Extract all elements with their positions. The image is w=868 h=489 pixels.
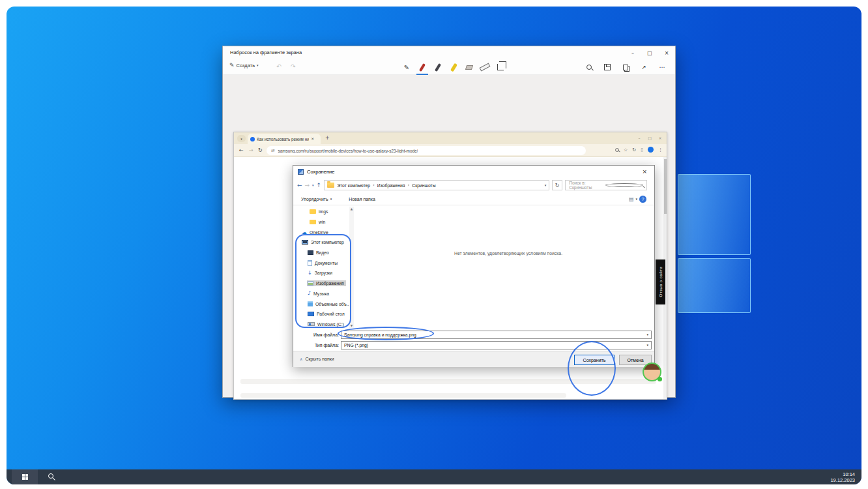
save-button[interactable]: Сохранить (574, 355, 615, 365)
close-icon[interactable]: × (658, 46, 675, 59)
site-feedback-tab[interactable]: Отзыв о сайте (656, 259, 665, 304)
tree-item-video[interactable]: Видео (293, 248, 349, 258)
reload-icon[interactable]: ↻ (258, 147, 263, 153)
snip-tools-group: ✎ (400, 61, 507, 74)
captured-screenshot: ▾ Как использовать режим низ... × + – □ … (233, 132, 667, 400)
tab-favicon (250, 137, 255, 141)
forward-icon[interactable]: → (249, 147, 253, 153)
tree-item-desktop[interactable]: Рабочий стол (293, 309, 349, 319)
share-icon: ↗ (641, 64, 646, 70)
help-icon[interactable]: ? (639, 196, 646, 203)
new-snip-button[interactable]: ✎ Создать ▾ (229, 62, 259, 68)
drive-icon (308, 322, 315, 326)
undo-icon[interactable]: ↶ (276, 63, 282, 70)
dialog-close-icon[interactable]: × (639, 168, 650, 175)
refresh-button[interactable]: ↻ (552, 180, 562, 190)
breadcrumb-chevron-icon[interactable]: ▾ (545, 183, 547, 187)
search-icon[interactable] (615, 148, 619, 152)
window-title: Набросок на фрагменте экрана (230, 50, 302, 55)
snip-titlebar[interactable]: Набросок на фрагменте экрана – □ × (223, 46, 675, 59)
search-box[interactable]: Поиск в: Скриншоты (565, 180, 647, 190)
zoom-button[interactable] (583, 61, 596, 74)
view-mode-icon[interactable]: ▤ (629, 196, 634, 202)
save-icon (604, 64, 611, 70)
maximize-icon[interactable]: □ (641, 46, 658, 59)
dialog-body: imgs win ☁OneDrive Этот компьютер Видео … (293, 205, 654, 329)
tree-item-win[interactable]: win (293, 217, 349, 228)
new-folder-button[interactable]: Новая папка (349, 197, 375, 201)
chevron-down-icon[interactable]: ▾ (646, 343, 648, 347)
folder-icon (327, 183, 334, 188)
highlighter-tool[interactable] (447, 61, 460, 74)
browser-tabstrip: ▾ Как использовать режим низ... × + – □ … (234, 132, 667, 144)
bookmark-star-icon[interactable]: ☆ (624, 147, 628, 153)
profile-avatar-icon[interactable] (648, 147, 654, 153)
tab-search-button[interactable]: ▾ (237, 135, 246, 142)
start-button[interactable] (12, 469, 38, 484)
save-dialog: Сохранение × ← → ▾ ↑ Этот компьютер › Из… (293, 165, 655, 367)
tree-item-downloads[interactable]: ↓Загрузки (293, 268, 349, 278)
browser-menu-icon[interactable]: ⋮ (658, 147, 663, 153)
hide-folders-button[interactable]: ∧ Скрыть папки (300, 357, 334, 361)
url-bar[interactable]: ⇄ samsung.com/ru/support/mobile-devices/… (267, 146, 586, 155)
eraser-tool[interactable] (463, 61, 476, 74)
scroll-down-icon[interactable]: ▼ (349, 324, 354, 327)
scroll-up-icon[interactable]: ▲ (349, 207, 354, 211)
nav-forward-icon[interactable]: → (305, 182, 310, 188)
caret-up-icon: ∧ (300, 357, 302, 361)
dialog-footer: ∧ Скрыть папки Сохранить Отмена (293, 351, 654, 367)
tree-item-3d-objects[interactable]: Объемные объ... (293, 299, 349, 309)
redo-icon[interactable]: ↷ (291, 63, 296, 70)
ruler-tool[interactable] (478, 61, 491, 74)
breadcrumb-separator: › (408, 183, 410, 188)
ellipsis-icon: ⋯ (659, 64, 665, 70)
nav-back-icon[interactable]: ← (297, 182, 302, 188)
browser-tab[interactable]: Как использовать режим низ... × (248, 134, 321, 144)
filetype-select[interactable]: PNG (*.png) ▾ (341, 341, 652, 349)
tree-item-onedrive[interactable]: ☁OneDrive (293, 227, 349, 237)
breadcrumb-this-pc[interactable]: Этот компьютер (337, 183, 370, 188)
chevron-down-icon[interactable]: ▾ (646, 333, 648, 336)
music-icon: ♪ (308, 291, 311, 296)
search-icon (605, 183, 643, 187)
tree-scrollbar[interactable]: ▲ ▼ (349, 207, 354, 328)
taskbar-clock[interactable]: 10:14 19.12.2023 (830, 471, 855, 484)
touch-writing-tool[interactable]: ✎ (400, 61, 413, 74)
share-button[interactable]: ↗ (637, 61, 650, 74)
side-panel-icon[interactable]: ▯ (641, 147, 643, 153)
tree-item-pictures[interactable]: Изображения (293, 278, 349, 289)
folder-tree: imgs win ☁OneDrive Этот компьютер Видео … (293, 205, 349, 329)
tree-item-music[interactable]: ♪Музыка (293, 289, 349, 299)
back-icon[interactable]: ← (239, 147, 244, 153)
scrollbar-thumb[interactable] (664, 159, 667, 214)
dialog-titlebar[interactable]: Сохранение × (293, 166, 654, 177)
nav-history-chevron-icon[interactable]: ▾ (312, 183, 314, 187)
filename-input[interactable]: Samsung справка и поддержка.png ▾ (341, 331, 652, 339)
dialog-title: Сохранение (307, 169, 636, 175)
breadcrumb-pictures[interactable]: Изображения (377, 183, 405, 188)
dialog-toolbar: Упорядочить ▾ Новая папка ▤ ▾ ? (293, 193, 654, 205)
site-controls-icon[interactable]: ⇄ (271, 148, 274, 153)
organize-button[interactable]: Упорядочить ▾ (301, 197, 332, 201)
tree-item-documents[interactable]: Документы (293, 258, 349, 268)
crop-tool[interactable] (494, 61, 507, 74)
save-snip-button[interactable] (601, 61, 614, 74)
site-feedback-label: Отзыв о сайте (658, 267, 663, 297)
extensions-icon[interactable]: ↻ (632, 147, 636, 153)
ballpoint-pen-tool[interactable] (416, 61, 429, 74)
tab-close-icon[interactable]: × (311, 136, 314, 141)
cloud-icon: ☁ (302, 230, 307, 235)
chevron-down-icon[interactable]: ▾ (635, 197, 637, 201)
pencil-tool[interactable] (431, 61, 444, 74)
tree-item-imgs[interactable]: imgs (293, 207, 349, 217)
taskbar-search-icon[interactable] (48, 473, 53, 479)
tree-item-windows-c[interactable]: Windows (C:) (293, 319, 349, 329)
new-tab-button[interactable]: + (325, 136, 330, 141)
minimize-icon[interactable]: – (624, 46, 641, 59)
tree-item-this-pc[interactable]: Этот компьютер (293, 237, 349, 248)
breadcrumb-screenshots[interactable]: Скриншоты (412, 183, 435, 188)
nav-up-icon[interactable]: ↑ (317, 182, 322, 188)
breadcrumb[interactable]: Этот компьютер › Изображения › Скриншоты… (324, 180, 549, 190)
more-options-button[interactable]: ⋯ (656, 61, 669, 74)
copy-button[interactable] (619, 61, 632, 74)
